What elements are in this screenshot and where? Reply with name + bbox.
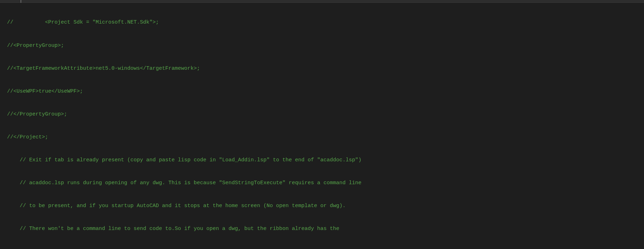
code-line[interactable]: //<TargetFrameworkAttribute>net5.0-windo… [0, 65, 644, 73]
code-line[interactable]: //<UseWPF>true</UseWPF>; [0, 88, 644, 95]
comment: <Project Sdk = "Microsoft.NET.Sdk">; [45, 19, 159, 25]
comment: // acaddoc.lsp runs during opening of an… [20, 180, 361, 186]
code-editor[interactable]: // <Project Sdk = "Microsoft.NET.Sdk">; … [0, 3, 644, 249]
code-line[interactable]: // Exit if tab is already present (copy … [0, 156, 644, 164]
caret-indicator [21, 0, 21, 3]
comment: //</Project>; [7, 134, 48, 140]
code-line[interactable]: //<PropertyGroup>; [0, 42, 644, 50]
code-line[interactable]: // acaddoc.lsp runs during opening of an… [0, 179, 644, 187]
code-line[interactable]: // to be present, and if you startup Aut… [0, 202, 644, 210]
editor-top-border [0, 0, 644, 3]
code-line[interactable]: //</PropertyGroup>; [0, 111, 644, 118]
code-line[interactable]: //</Project>; [0, 133, 644, 141]
code-line[interactable]: // <Project Sdk = "Microsoft.NET.Sdk">; [0, 19, 644, 26]
comment: //<PropertyGroup>; [7, 43, 64, 49]
comment: //</PropertyGroup>; [7, 111, 67, 117]
comment: // There won't be a command line to send… [20, 226, 339, 232]
comment: // Exit if tab is already present (copy … [20, 157, 361, 163]
code-line[interactable]: // There won't be a command line to send… [0, 225, 644, 233]
comment: //<UseWPF>true</UseWPF>; [7, 88, 83, 94]
comment: // [7, 19, 13, 25]
comment: //<TargetFrameworkAttribute>net5.0-windo… [7, 66, 200, 71]
comment: // to be present, and if you startup Aut… [20, 203, 346, 209]
